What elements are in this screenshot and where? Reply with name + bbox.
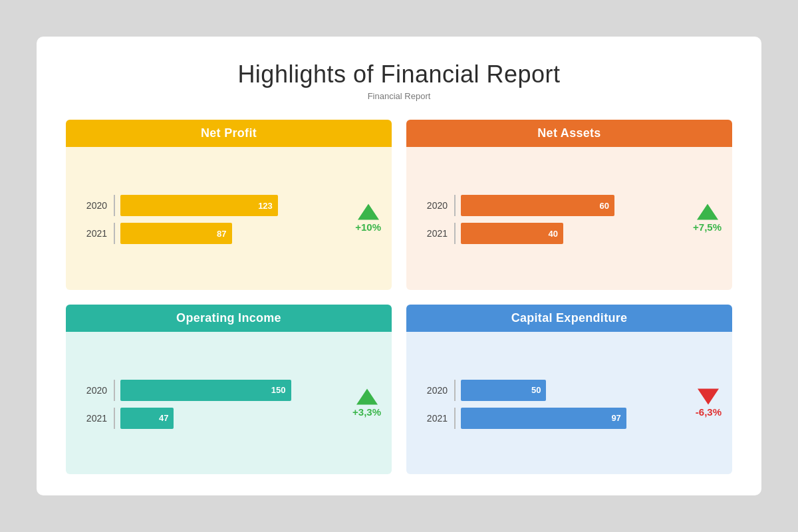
bar-divider (454, 223, 456, 244)
bars-area-net-assets: 202060202140 (420, 159, 719, 281)
main-card: Highlights of Financial Report Financial… (37, 37, 761, 495)
bar-outer: 60 (461, 195, 666, 216)
bar-row: 202050 (420, 380, 666, 401)
year-label: 2020 (420, 385, 448, 396)
bar-outer: 87 (120, 223, 325, 244)
bar-row: 202187 (79, 223, 325, 244)
panels-grid: Net Profit2020123202187+10%Net Assets202… (66, 120, 732, 474)
year-label: 2021 (79, 413, 107, 424)
panel-body-operating-income: 2020150202147+3,3% (66, 332, 392, 475)
year-label: 2021 (420, 228, 448, 239)
trend-area-net-profit: +10% (355, 204, 381, 233)
trend-area-capital-expenditure: -6,3% (696, 388, 722, 417)
panel-header-net-assets: Net Assets (406, 120, 732, 147)
bar-outer: 47 (120, 408, 325, 429)
bar-divider (114, 195, 115, 216)
bar-fill: 47 (120, 408, 174, 429)
arrow-up-icon (358, 204, 379, 220)
bar-row: 202060 (420, 195, 666, 216)
bar-fill: 40 (461, 223, 563, 244)
bar-row: 202140 (420, 223, 666, 244)
bar-fill: 150 (120, 380, 291, 401)
bar-row: 202197 (420, 408, 666, 429)
bars-area-operating-income: 2020150202147 (79, 344, 378, 466)
bar-fill: 87 (120, 223, 232, 244)
panel-net-profit: Net Profit2020123202187+10% (66, 120, 392, 290)
bar-outer: 97 (461, 408, 666, 429)
bar-divider (114, 223, 115, 244)
trend-label: +10% (355, 221, 381, 233)
trend-label: +3,3% (352, 406, 381, 417)
panel-body-net-profit: 2020123202187+10% (66, 147, 392, 290)
bar-divider (454, 408, 456, 429)
year-label: 2021 (420, 413, 448, 424)
bar-fill: 123 (120, 195, 278, 216)
bar-fill: 50 (461, 380, 546, 401)
panel-body-capital-expenditure: 202050202197-6,3% (406, 332, 732, 475)
panel-header-capital-expenditure: Capital Expenditure (406, 305, 732, 332)
panel-body-net-assets: 202060202140+7,5% (406, 147, 732, 290)
bar-divider (114, 408, 115, 429)
arrow-up-icon (697, 204, 718, 220)
year-label: 2021 (79, 228, 107, 239)
subtitle: Financial Report (368, 91, 431, 101)
bar-outer: 123 (120, 195, 325, 216)
year-label: 2020 (79, 385, 107, 396)
bar-fill: 60 (461, 195, 614, 216)
bar-row: 2020123 (79, 195, 325, 216)
bars-area-capital-expenditure: 202050202197 (420, 344, 719, 466)
bar-fill: 97 (461, 408, 626, 429)
bar-row: 2020150 (79, 380, 325, 401)
trend-label: -6,3% (696, 406, 722, 417)
bar-outer: 50 (461, 380, 666, 401)
bar-divider (114, 380, 115, 401)
bar-divider (454, 195, 456, 216)
bar-divider (454, 380, 456, 401)
trend-area-operating-income: +3,3% (352, 388, 381, 417)
panel-operating-income: Operating Income2020150202147+3,3% (66, 305, 392, 475)
bars-area-net-profit: 2020123202187 (79, 159, 378, 281)
arrow-up-icon (356, 388, 378, 404)
arrow-down-icon (698, 388, 719, 404)
year-label: 2020 (79, 200, 107, 211)
panel-net-assets: Net Assets202060202140+7,5% (406, 120, 732, 290)
panel-header-operating-income: Operating Income (66, 305, 392, 332)
bar-outer: 40 (461, 223, 666, 244)
bar-row: 202147 (79, 408, 325, 429)
panel-capital-expenditure: Capital Expenditure202050202197-6,3% (406, 305, 732, 475)
trend-area-net-assets: +7,5% (693, 204, 722, 233)
main-title: Highlights of Financial Report (237, 61, 560, 88)
panel-header-net-profit: Net Profit (66, 120, 392, 147)
bar-outer: 150 (120, 380, 325, 401)
year-label: 2020 (420, 200, 448, 211)
trend-label: +7,5% (693, 221, 722, 233)
